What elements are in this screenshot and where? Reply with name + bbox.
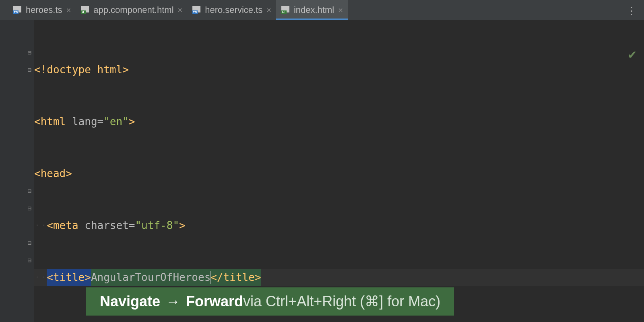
tab-label: heroes.ts [26,5,62,15]
current-line: ··<title>AngularTourOfHeroes</title> [34,269,644,286]
svg-text:H: H [82,10,84,14]
tooltip-fwd: Forward [186,293,243,310]
editor: ⊟ ⊟ ⊟ ⊟ ⊟ ⊟ <!doctype html> <html lang="… [0,20,644,322]
close-icon[interactable]: × [266,6,271,14]
more-icon[interactable]: ⋮ [626,5,637,17]
code-area[interactable]: <!doctype html> <html lang="en"> <head> … [34,20,644,322]
tab-hero-service-ts[interactable]: TS hero.service.ts × [187,0,276,20]
close-icon[interactable]: × [66,6,71,14]
svg-text:TS: TS [14,10,18,14]
svg-text:TS: TS [193,10,197,14]
ts-file-icon: TS [192,6,201,14]
ts-file-icon: TS [13,6,22,14]
fold-marker[interactable]: ⊟ [27,234,32,252]
tooltip-rest: via Ctrl+Alt+Right (⌘] for Mac) [243,293,440,310]
fold-marker[interactable]: ⊟ [27,44,32,61]
fold-marker[interactable]: ⊟ [27,252,32,269]
tab-bar: TS heroes.ts × H app.component.html × TS… [0,0,644,20]
check-icon: ✔ [627,48,637,62]
html-file-icon: H [281,6,290,14]
tab-heroes-ts[interactable]: TS heroes.ts × [8,0,76,20]
html-file-icon: H [80,6,89,14]
fold-marker[interactable]: ⊟ [27,61,32,78]
fold-marker[interactable]: ⊟ [27,200,32,217]
navigation-tooltip: Navigate → Forward via Ctrl+Alt+Right (⌘… [86,287,454,316]
tab-label: app.component.html [93,5,173,15]
tab-index-html[interactable]: H index.html × [276,0,348,20]
close-icon[interactable]: × [178,6,183,14]
fold-marker[interactable]: ⊟ [27,182,32,200]
tab-label: index.html [294,5,334,15]
tooltip-nav: Navigate [100,293,160,310]
gutter: ⊟ ⊟ ⊟ ⊟ ⊟ ⊟ [0,20,34,322]
arrow-icon: → [160,293,186,310]
tab-label: hero.service.ts [205,5,262,15]
close-icon[interactable]: × [338,6,343,14]
svg-text:H: H [282,10,285,14]
tab-app-component-html[interactable]: H app.component.html × [76,0,187,20]
